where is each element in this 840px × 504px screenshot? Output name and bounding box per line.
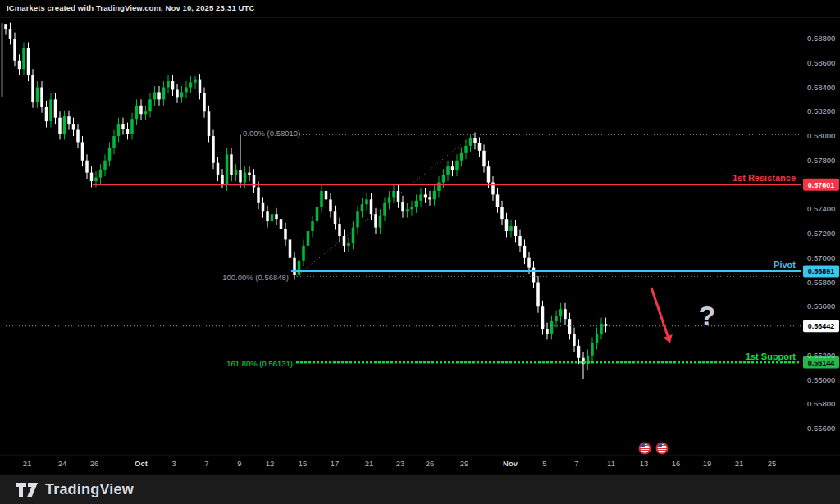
- price-tick-label: 0.57800: [807, 156, 835, 165]
- price-axis[interactable]: 0.588000.586000.584000.582000.580000.578…: [807, 34, 835, 433]
- pivot-line-badge: 0.56891: [803, 265, 839, 277]
- resistance-line-badge: 0.57601: [803, 179, 839, 191]
- price-tick-label: 0.55800: [807, 399, 835, 408]
- price-tick-label: 0.57400: [807, 204, 835, 213]
- time-tick-label: Oct: [135, 459, 148, 468]
- time-tick-label: Nov: [503, 459, 518, 468]
- time-tick-label: 5: [542, 459, 546, 468]
- price-tick-label: 0.58400: [807, 83, 835, 92]
- price-tick-label: 0.58200: [807, 107, 835, 116]
- price-tick-label: 0.58600: [807, 58, 835, 67]
- time-tick-label: 21: [23, 459, 32, 468]
- price-tick-label: 0.56800: [807, 278, 835, 287]
- time-tick-label: 3: [171, 459, 176, 468]
- tradingview-logo[interactable]: TradingView: [16, 481, 134, 498]
- price-tick-label: 0.58800: [807, 34, 835, 43]
- fib-100-label[interactable]: 100.00% (0.56848): [222, 273, 289, 282]
- chart-canvas[interactable]: 0.564420.576010.568910.561441st Resistan…: [0, 0, 840, 475]
- bottom-brand-bar: TradingView: [0, 475, 840, 504]
- price-tick-label: 0.55600: [807, 424, 835, 433]
- time-tick-label: 9: [237, 459, 241, 468]
- chart-window: ICmarkets created with TradingView.com, …: [0, 0, 840, 504]
- svg-text:0.56891: 0.56891: [808, 267, 835, 275]
- time-tick-label: 21: [365, 459, 374, 468]
- candlestick-series: [4, 23, 607, 379]
- time-tick-label: 11: [607, 459, 615, 468]
- time-axis[interactable]: 212426Oct37912151721232629Nov57111316192…: [23, 459, 777, 468]
- down-arrow[interactable]: [651, 288, 673, 343]
- chart-watermark-title: ICmarkets created with TradingView.com, …: [7, 3, 254, 12]
- fib-0-label[interactable]: 0.00% (0.58010): [243, 129, 300, 138]
- time-tick-label: 26: [90, 459, 99, 468]
- pivot-label[interactable]: Pivot: [774, 260, 796, 270]
- svg-text:0.57601: 0.57601: [808, 181, 835, 189]
- time-tick-label: 23: [396, 459, 405, 468]
- tradingview-logo-text: TradingView: [45, 481, 134, 498]
- price-tick-label: 0.56000: [807, 375, 835, 384]
- time-tick-label: 19: [703, 459, 712, 468]
- tradingview-logo-icon: [16, 482, 39, 498]
- clipped-candle: [1, 23, 3, 97]
- time-tick-label: 12: [266, 459, 275, 468]
- last-price-line-badge: 0.56442: [803, 320, 839, 332]
- us-flag-event-icon[interactable]: [640, 443, 651, 454]
- time-tick-label: 15: [299, 459, 308, 468]
- price-tick-label: 0.56200: [807, 351, 835, 360]
- time-tick-label: 7: [574, 459, 578, 468]
- price-tick-label: 0.58000: [807, 131, 835, 140]
- svg-text:0.56144: 0.56144: [808, 359, 835, 367]
- us-flag-event-icon[interactable]: [657, 443, 668, 454]
- price-tick-label: 0.57000: [807, 253, 835, 262]
- time-tick-label: 29: [460, 459, 469, 468]
- svg-text:0.56442: 0.56442: [808, 322, 835, 330]
- time-tick-label: 25: [768, 459, 777, 468]
- time-tick-label: 21: [735, 459, 744, 468]
- time-tick-label: 17: [331, 459, 340, 468]
- time-tick-label: 13: [640, 459, 649, 468]
- time-tick-label: 24: [58, 459, 67, 468]
- time-tick-label: 26: [426, 459, 435, 468]
- price-tick-label: 0.57200: [807, 229, 835, 238]
- price-tick-label: 0.56600: [807, 302, 835, 311]
- time-tick-label: 7: [204, 459, 208, 468]
- support-label[interactable]: 1st Support: [746, 352, 796, 361]
- question-mark[interactable]: ?: [699, 300, 716, 331]
- fib-161-label[interactable]: 161.80% (0.56131): [226, 359, 293, 368]
- resistance-label[interactable]: 1st Resistance: [733, 173, 796, 183]
- time-tick-label: 16: [672, 459, 681, 468]
